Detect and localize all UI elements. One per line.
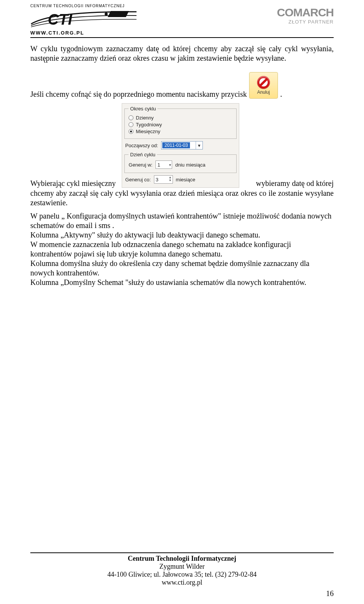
miesiace-label: miesiące (176, 177, 195, 182)
generuj-co-input[interactable]: 3 ▲▼ (154, 175, 173, 184)
comarch-logo: COMARCH ZŁOTY PARTNER (277, 4, 334, 25)
footer-line2: Zygmunt Wilder (30, 563, 334, 571)
svg-text:CTI: CTI (48, 11, 72, 28)
page-number: 16 (326, 589, 334, 598)
okres-cyklu-group: Okres cyklu Dzienny Tygodniowy Miesięczn… (124, 106, 237, 139)
svg-point-1 (105, 13, 108, 16)
chevron-down-icon: ▾ (169, 163, 171, 167)
paragraph-1: W cyklu tygodniowym zaznaczamy datę od k… (30, 44, 334, 63)
page-footer: Centrum Technologii Informatycznej Zygmu… (30, 552, 334, 587)
radio-icon (129, 115, 133, 120)
generuj-co-row: Generuj co: 3 ▲▼ miesiące (125, 175, 236, 184)
radio-tygodniowy[interactable]: Tygodniowy (129, 122, 232, 127)
spinner-icon: ▲▼ (169, 176, 172, 182)
header-rule (30, 37, 334, 38)
para3-right: wybieramy datę od której (245, 179, 334, 188)
generuj-co-value: 3 (156, 177, 158, 182)
dzien-legend: Dzień cyklu (129, 152, 157, 157)
poczawszy-label: Począwszy od: (125, 143, 158, 148)
okres-legend: Okres cyklu (129, 106, 157, 112)
radio-icon (129, 122, 133, 127)
comarch-partner: ZŁOTY PARTNER (277, 19, 334, 25)
footer-line3: 44-100 Gliwice; ul. Jałowcowa 35; tel. (… (30, 571, 334, 579)
generuj-co-label: Generuj co: (125, 177, 151, 182)
poczawszy-row: Począwszy od: 2011-01-03 ▾ (125, 141, 236, 149)
cancel-icon (257, 76, 270, 89)
radio-miesieczny[interactable]: Miesięczny (129, 129, 232, 134)
svg-marker-2 (108, 11, 129, 17)
cti-url: WWW.CTI.ORG.PL (30, 30, 136, 36)
page-header: CENTRUM TECHNOLOGII INFORMATYCZNEJ CTI W… (30, 4, 334, 36)
generuj-w-value: 1 (157, 162, 160, 168)
anuluj-label: Anuluj (257, 90, 270, 95)
paragraph-2: Jeśli chcemy cofnąć się do poprzedniego … (30, 72, 334, 99)
radio-label: Dzienny (136, 115, 154, 121)
radio-label: Miesięczny (136, 129, 160, 134)
generuj-w-label: Generuj w: (129, 162, 152, 168)
generuj-w-input[interactable]: 1 ▾ (155, 160, 172, 169)
footer-line4: www.cti.org.pl (30, 579, 334, 587)
footer-line1: Centrum Technologii Informatycznej (30, 555, 334, 563)
cti-sweep-icon: CTI (30, 9, 136, 29)
date-input[interactable]: 2011-01-03 ▾ (161, 141, 203, 149)
comarch-name: COMARCH (277, 6, 334, 19)
radio-label: Tygodniowy (136, 122, 162, 127)
cti-logo: CENTRUM TECHNOLOGII INFORMATYCZNEJ CTI W… (30, 4, 136, 36)
paragraph-3-line1: Wybierając cykl miesięczny Okres cyklu D… (30, 103, 334, 188)
dniu-miesiaca-label: dniu miesiąca (175, 162, 206, 168)
anuluj-button[interactable]: Anuluj (249, 72, 278, 99)
dzien-cyklu-group: Dzień cyklu Generuj w: 1 ▾ dniu miesiąca (124, 152, 237, 173)
para3-left: Wybierając cykl miesięczny (30, 179, 116, 188)
paragraph-2-suffix: . (280, 90, 282, 99)
date-value: 2011-01-03 (162, 142, 190, 148)
chevron-down-icon: ▾ (196, 142, 202, 149)
radio-dzienny[interactable]: Dzienny (129, 115, 232, 121)
paragraph-3-cont: chcemy aby zaczął się cały cykl wysyłani… (30, 189, 334, 208)
radio-icon (129, 129, 133, 134)
cti-topline: CENTRUM TECHNOLOGII INFORMATYCZNEJ (30, 4, 136, 8)
paragraph-4: W panelu „ Konfiguracja domyślnych ustaw… (30, 211, 334, 287)
paragraph-2-prefix: Jeśli chcemy cofnąć się do poprzedniego … (30, 90, 247, 99)
cycle-panel: Okres cyklu Dzienny Tygodniowy Miesięczn… (122, 103, 239, 188)
